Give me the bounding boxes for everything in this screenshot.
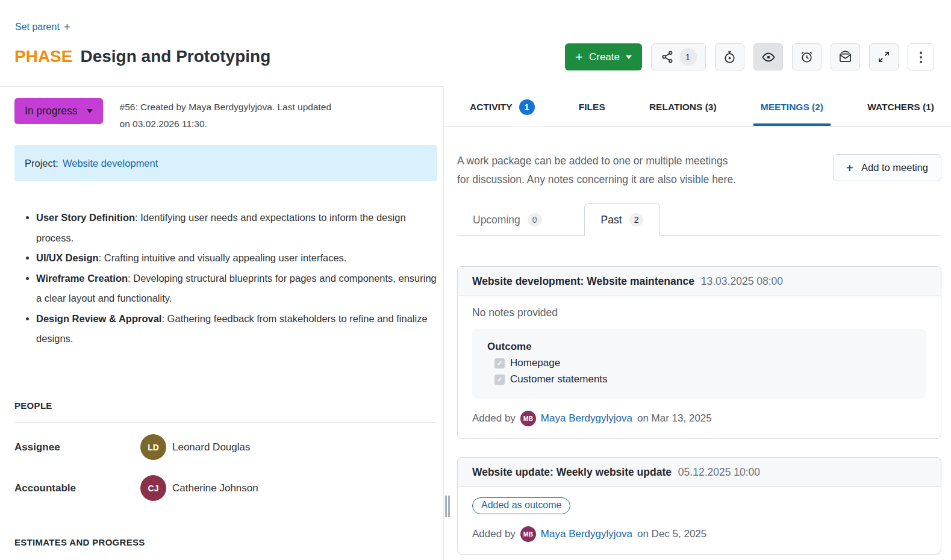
meeting-card: Website update: Weekly website update 05… <box>457 457 941 555</box>
alarm-clock-icon <box>800 50 814 64</box>
outcome-item: ✓ Homepage <box>487 357 912 369</box>
avatar: CJ <box>140 475 166 501</box>
more-options-button[interactable]: ⋮ <box>908 43 934 70</box>
create-button-label: Create <box>589 51 620 63</box>
bullet-term: Design Review & Approval <box>36 313 161 324</box>
meeting-card: Website development: Website maintenance… <box>457 266 941 439</box>
chevron-down-icon <box>626 55 632 59</box>
upcoming-count-badge: 0 <box>528 213 542 226</box>
assignee-label: Assignee <box>14 441 140 453</box>
share-icon <box>661 50 675 64</box>
people-section-heading: PEOPLE <box>14 400 52 411</box>
kebab-menu-icon: ⋮ <box>914 49 928 65</box>
outcome-item: ✓ Customer statements <box>487 373 912 385</box>
share-button[interactable]: 1 <box>651 43 706 70</box>
creation-meta: #56: Created by Maya Berdygylyjova. Last… <box>120 98 332 132</box>
set-parent-label: Set parent <box>15 22 60 33</box>
accountable-label: Accountable <box>14 482 140 494</box>
fullscreen-button[interactable] <box>869 43 899 70</box>
tab-label: FILES <box>579 102 605 113</box>
assignee-value[interactable]: Leonard Douglas <box>172 441 250 453</box>
meeting-card-body: No notes provided Outcome ✓ Homepage ✓ C… <box>458 296 941 399</box>
no-notes-text: No notes provided <box>472 306 926 319</box>
detail-tabs-panel: ACTIVITY 1 FILES RELATIONS (3) MEETINGS … <box>444 86 951 560</box>
description: User Story Definition: Identifying user … <box>22 208 437 349</box>
add-to-meeting-label: Add to meeting <box>861 162 928 173</box>
panel-resize-handle[interactable] <box>445 496 451 517</box>
add-to-meeting-button[interactable]: + Add to meeting <box>833 154 941 181</box>
activity-count-badge: 1 <box>519 99 535 115</box>
subtab-upcoming[interactable]: Upcoming 0 <box>457 213 558 235</box>
project-banner: Project: Website development <box>14 145 437 181</box>
tab-watchers[interactable]: WATCHERS (1) <box>860 86 941 126</box>
avatar: LD <box>140 434 166 460</box>
added-as-outcome-badge: Added as outcome <box>472 497 570 514</box>
subtab-label: Past <box>601 214 622 226</box>
meetings-info-text: A work package can be added to one or mu… <box>457 152 736 189</box>
meeting-title-link[interactable]: Website development: Website maintenance <box>472 275 694 287</box>
tab-relations[interactable]: RELATIONS (3) <box>642 86 724 126</box>
subtab-past[interactable]: Past 2 <box>584 203 661 236</box>
work-package-detail-panel: In progress #56: Created by Maya Berdygy… <box>0 86 444 560</box>
tab-activity[interactable]: ACTIVITY 1 <box>463 86 542 126</box>
accountable-row: Accountable CJ Catherine Johnson <box>14 475 258 501</box>
user-link[interactable]: Maya Berdygylyjova <box>541 528 632 540</box>
tab-bar: ACTIVITY 1 FILES RELATIONS (3) MEETINGS … <box>444 86 951 126</box>
start-timer-button[interactable] <box>715 43 744 70</box>
meeting-title-link[interactable]: Website update: Weekly website update <box>472 466 672 478</box>
added-on-date: on Mar 13, 2025 <box>637 412 712 425</box>
chevron-down-icon <box>87 109 93 113</box>
status-row: In progress #56: Created by Maya Berdygy… <box>14 98 331 132</box>
meetings-tab-content: A work package can be added to one or mu… <box>444 152 951 555</box>
outcome-box: Outcome ✓ Homepage ✓ Customer statements <box>472 329 926 399</box>
user-link[interactable]: Maya Berdygylyjova <box>541 412 632 425</box>
stopwatch-icon <box>723 50 737 64</box>
toolbar: + Create 1 <box>565 43 934 70</box>
plus-icon: + <box>575 51 583 64</box>
accountable-value[interactable]: Catherine Johnson <box>172 482 258 494</box>
meeting-card-body: Added as outcome <box>458 487 941 514</box>
bullet-term: UI/UX Design <box>36 252 99 263</box>
eye-icon <box>761 50 776 64</box>
info-line: for discussion. Any notes concerning it … <box>457 170 736 189</box>
meeting-card-footer: Added by MB Maya Berdygylyjova on Dec 5,… <box>458 514 941 554</box>
tab-label: WATCHERS (1) <box>867 102 934 113</box>
checked-checkbox-icon: ✓ <box>494 358 505 369</box>
bullet-text: : Crafting intuitive and visually appeal… <box>99 252 347 263</box>
added-by-text: Added by <box>472 412 516 425</box>
tab-label: RELATIONS (3) <box>649 102 717 113</box>
meeting-card-header: Website development: Website maintenance… <box>458 267 941 296</box>
tab-meetings[interactable]: MEETINGS (2) <box>753 86 831 126</box>
outcome-item-label: Customer statements <box>510 373 608 385</box>
description-bullet: Wireframe Creation: Developing structura… <box>36 269 437 309</box>
create-button[interactable]: + Create <box>565 43 642 70</box>
work-package-type: PHASE <box>14 47 72 66</box>
outcome-item-label: Homepage <box>510 357 560 369</box>
fullscreen-expand-icon <box>877 50 891 64</box>
status-dropdown[interactable]: In progress <box>14 98 103 124</box>
page-title: PHASEDesign and Prototyping <box>14 47 270 66</box>
work-package-subject: Design and Prototyping <box>80 47 270 66</box>
description-bullet: UI/UX Design: Crafting intuitive and vis… <box>36 248 437 269</box>
info-line: A work package can be added to one or mu… <box>457 152 736 170</box>
tab-label: MEETINGS (2) <box>761 102 823 113</box>
meeting-datetime: 05.12.2025 10:00 <box>678 466 760 478</box>
tab-files[interactable]: FILES <box>572 86 613 126</box>
estimates-section-heading: ESTIMATES AND PROGRESS <box>14 537 145 547</box>
reminder-button[interactable] <box>792 43 822 70</box>
avatar: MB <box>520 526 536 542</box>
added-on-date: on Dec 5, 2025 <box>637 528 706 540</box>
notification-button[interactable] <box>831 43 860 70</box>
subtab-label: Upcoming <box>473 214 520 226</box>
plus-icon: + <box>64 20 70 34</box>
project-link[interactable]: Website development <box>63 158 158 169</box>
assignee-row: Assignee LD Leonard Douglas <box>14 434 250 460</box>
description-bullet: Design Review & Approval: Gathering feed… <box>36 309 437 349</box>
set-parent-link[interactable]: Set parent + <box>15 20 70 34</box>
outcome-heading: Outcome <box>487 341 912 353</box>
watch-button[interactable] <box>753 43 783 70</box>
avatar: MB <box>520 411 536 426</box>
meta-line: on 03.02.2026 11:30. <box>120 116 332 132</box>
status-label: In progress <box>25 105 78 117</box>
description-bullet: User Story Definition: Identifying user … <box>36 208 437 248</box>
